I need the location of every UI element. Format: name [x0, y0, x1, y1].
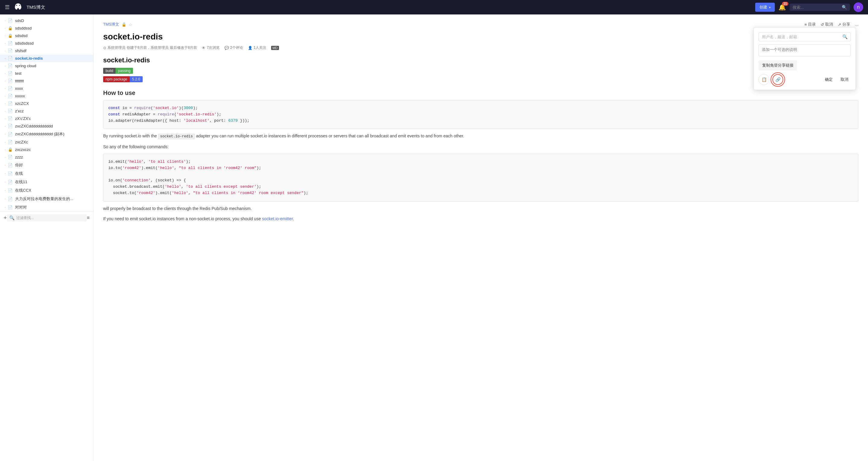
file-icon: 📄	[8, 94, 13, 98]
user-avatar[interactable]: n	[854, 2, 863, 12]
bullet-icon: •	[5, 156, 5, 158]
file-icon: 📄	[8, 171, 13, 176]
sidebar-item-sdsD[interactable]: •📄sdsD	[0, 17, 93, 24]
sidebar-item-z'xcz[interactable]: •📄z'xcz	[0, 107, 93, 115]
bullet-icon: •	[5, 20, 5, 22]
sidebar-item-label: zX'c'ZX'c	[15, 116, 88, 121]
bullet-icon: •	[5, 65, 5, 67]
file-icon: 📄	[8, 116, 13, 121]
sidebar-search-input[interactable]	[16, 216, 85, 220]
sidebar-footer: + 🔍 ≡	[0, 211, 93, 224]
share-free-link-button[interactable]: 复制免登分享链接	[758, 60, 797, 70]
create-button[interactable]: 创建 ▾	[755, 3, 775, 12]
sidebar-item-label: sdsddssd	[15, 26, 88, 30]
bullet-icon: •	[5, 80, 5, 82]
cancel-icon: ↺	[820, 22, 824, 27]
sidebar-menu-button[interactable]: ≡	[87, 215, 90, 221]
eye-icon: 👁	[202, 46, 206, 50]
sidebar-item-sdsdsdssd[interactable]: •📄sdsdsdssd	[0, 39, 93, 47]
file-icon: 📄	[8, 64, 13, 68]
sidebar-item-label: 在线	[15, 171, 88, 176]
sidebar-item-tttttttt[interactable]: •📄tttttttt	[0, 77, 93, 85]
star-icon[interactable]: ☆	[129, 22, 132, 27]
sidebar-item-label: 大力反对拉水电费数量的发生的...	[15, 196, 88, 202]
sidebar-item-zxcZXc[interactable]: •📄zxcZXc	[0, 138, 93, 146]
more-action[interactable]: ...	[855, 22, 858, 27]
sidebar-item-label: sfsfsdf	[15, 48, 88, 53]
toc-action[interactable]: ≡ 目录	[805, 22, 816, 27]
main-content: TMS博文 🔒 ☆ ≡ 目录 ↺ 取消 ↗ 分享 ...	[93, 14, 868, 461]
sidebar-item-sdsdsd[interactable]: •🔒sdsdsd	[0, 32, 93, 39]
sidebar-item-label: tttttttt	[15, 79, 88, 83]
sidebar-item-test[interactable]: •📄test	[0, 70, 93, 77]
sidebar-item-nihao[interactable]: •📄你好	[0, 161, 93, 169]
notification-bell[interactable]: 🔔 21	[778, 4, 786, 11]
file-icon: 📄	[8, 41, 13, 45]
more-label: ...	[855, 22, 858, 27]
sidebar-item-sfsfsdf[interactable]: •📄sfsfsdf	[0, 47, 93, 55]
share-cancel-button[interactable]: 取消	[838, 75, 851, 84]
file-icon: 📄	[8, 56, 13, 61]
file-icon: 📄	[8, 79, 13, 83]
meta-comments: 💬 2个评论	[224, 45, 243, 50]
hamburger-icon[interactable]: ☰	[5, 4, 10, 10]
share-desc-input[interactable]	[758, 44, 851, 56]
sidebar-item-sdsddssd[interactable]: •🔒sdsddssd	[0, 24, 93, 32]
bullet-icon: •	[5, 95, 5, 97]
badges: build passing npm package 5.2.0	[103, 68, 858, 84]
sidebar-item-zaixian[interactable]: •📄在线	[0, 169, 93, 178]
sidebar-item-zaixianCCX[interactable]: •📄在线CCX	[0, 186, 93, 195]
sidebar-search-icon: 🔍	[9, 216, 14, 220]
bullet-icon: •	[5, 110, 5, 112]
sidebar-item-zxczxczc[interactable]: •🔒zxczxczc	[0, 146, 93, 153]
bullet-icon: •	[5, 173, 5, 174]
meta-followers: 👤 1人关注	[248, 45, 267, 50]
sidebar-item-zzzz[interactable]: •📄zzzz	[0, 153, 93, 161]
sidebar-item-xxxxx[interactable]: •📄xxxxx	[0, 92, 93, 100]
sidebar-item-zxcZXCddddddddddd-copy[interactable]: •📄zxcZXCddddddddddd (副本)	[0, 130, 93, 138]
sidebar-item-xzcZCX[interactable]: •📄xzcZCX	[0, 100, 93, 107]
sidebar-item-daliyuan[interactable]: •📄大力反对拉水电费数量的发生的...	[0, 195, 93, 203]
bullet-icon: •	[5, 27, 5, 29]
share-confirm-button[interactable]: 确定	[823, 75, 835, 84]
sidebar-item-socket.io-redis[interactable]: •📄socket.io-redis	[0, 55, 93, 62]
badge-version: 5.2.0	[130, 76, 143, 82]
body-text-2: So any of the following commands:	[103, 143, 858, 150]
file-icon: 📄	[8, 140, 13, 144]
share-popup: 🔍 复制免登分享链接 📋 🔗 确定 取消	[753, 27, 856, 90]
sidebar-item-xxxx[interactable]: •📄xxxx	[0, 85, 93, 92]
sidebar-item-zxcZXCddddddddddd[interactable]: •📄zxcZXCddddddddddd	[0, 122, 93, 130]
sidebar-item-zX'c'ZX'c[interactable]: •📄zX'c'ZX'c	[0, 115, 93, 122]
sidebar-item-label: sdsdsdssd	[15, 41, 88, 45]
breadcrumb: TMS博文 🔒 ☆ ≡ 目录 ↺ 取消 ↗ 分享 ...	[103, 22, 858, 27]
bullet-icon: •	[5, 35, 5, 37]
lock-file-icon: 🔒	[8, 147, 13, 152]
layout: •📄sdsD•🔒sdsddssd•🔒sdsdsd•📄sdsdsdssd•📄sfs…	[0, 14, 868, 461]
sidebar-item-duiduikui[interactable]: •📄对对对	[0, 203, 93, 211]
cancel-action[interactable]: ↺ 取消	[820, 22, 833, 27]
sidebar-item-label: zxcZXc	[15, 140, 88, 144]
socket-io-emitter-link[interactable]: socket.io-emitter	[262, 216, 293, 221]
list-icon: ≡	[805, 22, 807, 27]
sidebar-item-label: zxczxczc	[15, 147, 88, 152]
share-search-input[interactable]	[762, 35, 841, 39]
bullet-icon: •	[5, 73, 5, 74]
sidebar-add-button[interactable]: +	[4, 215, 7, 221]
file-icon: 📄	[8, 155, 13, 159]
code-block-1: const io = require('socket.io')(3000); c…	[103, 100, 858, 129]
share-link-button[interactable]: 🔗	[772, 74, 783, 85]
sidebar-item-spring cloud[interactable]: •📄spring cloud	[0, 62, 93, 70]
bullet-icon: •	[5, 58, 5, 59]
author-icon: ⊙	[103, 46, 106, 50]
file-icon: 📄	[8, 188, 13, 193]
breadcrumb-link[interactable]: TMS博文	[103, 22, 119, 27]
topnav-search-input[interactable]	[793, 5, 840, 10]
sidebar-item-label: 对对对	[15, 205, 88, 210]
share-search-container: 🔍	[758, 32, 851, 41]
share-action[interactable]: ↗ 分享	[838, 22, 850, 27]
share-label: 分享	[842, 22, 850, 27]
share-copy-button[interactable]: 📋	[758, 74, 769, 85]
sidebar-item-label: zxcZXCddddddddddd	[15, 124, 88, 128]
sidebar-item-zaixian11[interactable]: •📄在线11	[0, 178, 93, 186]
file-icon: 📄	[8, 163, 13, 167]
